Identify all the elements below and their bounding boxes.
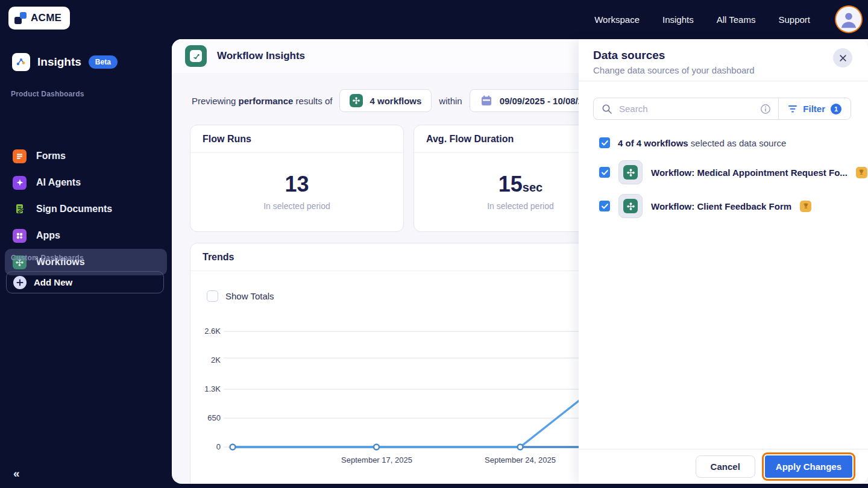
avg-flow-duration-value: 15sec: [498, 174, 542, 195]
search-bar: Filter 1: [593, 98, 851, 120]
search-icon: [602, 104, 612, 114]
check-icon: [602, 204, 608, 209]
page-title: Workflow Insights: [217, 50, 305, 62]
search-input[interactable]: [619, 104, 753, 114]
sidebar-item-label: Forms: [36, 151, 66, 161]
info-icon[interactable]: [760, 104, 771, 114]
user-avatar[interactable]: [835, 5, 863, 33]
product-dashboards-label: Product Dashboards: [11, 90, 84, 98]
nav-support[interactable]: Support: [778, 14, 810, 25]
cancel-button[interactable]: Cancel: [696, 455, 755, 478]
data-sources-panel: Data sources Change data sources of your…: [579, 39, 868, 484]
check-icon: [602, 140, 608, 146]
workflow-checkbox[interactable]: [599, 201, 610, 211]
panel-subtitle: Change data sources of your dashboard: [593, 65, 755, 75]
workflow-tile: [618, 194, 643, 218]
apps-icon: [13, 229, 27, 243]
check-icon: [602, 170, 608, 175]
workflows-selector-button[interactable]: 4 workflows: [339, 89, 432, 112]
sign-documents-icon: [13, 202, 27, 216]
sidebar-item-label: Apps: [36, 230, 60, 241]
forms-icon: [13, 149, 27, 163]
show-totals-checkbox[interactable]: Show Totals: [207, 290, 274, 302]
beta-badge: Beta: [89, 55, 118, 69]
insights-app-icon: [12, 53, 30, 71]
sidebar-item-forms[interactable]: Forms: [5, 143, 167, 169]
sidebar-item-apps[interactable]: Apps: [5, 222, 167, 249]
select-all-checkbox[interactable]: [599, 137, 610, 148]
checkbox-unchecked-icon: [207, 290, 218, 302]
sidebar-app-title: Insights: [37, 55, 81, 69]
workflow-icon: [623, 165, 638, 180]
calendar-icon: [480, 94, 493, 107]
x-tick-sep17: September 17, 2025: [326, 455, 428, 465]
sidebar-item-sign-documents[interactable]: Sign Documents: [5, 196, 167, 222]
show-totals-label: Show Totals: [225, 291, 274, 301]
panel-footer: Cancel Apply Changes: [579, 449, 868, 484]
flow-runs-title: Flow Runs: [190, 125, 403, 153]
sidebar-item-ai-agents[interactable]: AI Agents: [5, 169, 167, 196]
top-bar: ACME Workspace Insights All Teams Suppor…: [0, 0, 868, 39]
sidebar-app-header: Insights Beta: [12, 53, 118, 71]
workflow-icon: [623, 199, 638, 213]
workflows-selector-label: 4 workflows: [370, 96, 421, 106]
plus-icon: [13, 276, 27, 289]
workflow-checkbox[interactable]: [599, 167, 610, 178]
within-label: within: [439, 96, 462, 106]
close-icon: [839, 54, 847, 62]
panel-divider: [579, 81, 868, 81]
avg-flow-duration-subtitle: In selected period: [487, 201, 554, 211]
filter-button[interactable]: Filter 1: [778, 98, 851, 119]
top-nav: Workspace Insights All Teams Support: [594, 0, 810, 39]
add-new-label: Add New: [34, 277, 72, 287]
close-button[interactable]: [833, 48, 852, 67]
app-root: ACME Workspace Insights All Teams Suppor…: [0, 0, 868, 488]
avg-flow-duration-unit: sec: [523, 181, 542, 194]
acme-logo-text: ACME: [31, 12, 61, 24]
trophy-badge-icon: [800, 201, 811, 212]
flow-runs-value: 13: [285, 174, 309, 195]
x-tick-sep24: September 24, 2025: [469, 455, 571, 465]
nav-workspace[interactable]: Workspace: [594, 14, 640, 25]
select-all-text: 4 of 4 workflows selected as data source: [618, 138, 786, 148]
sidebar-item-label: Sign Documents: [36, 204, 112, 214]
filter-count-badge: 1: [831, 104, 841, 114]
apply-changes-button[interactable]: Apply Changes: [765, 455, 852, 478]
person-icon: [838, 9, 859, 30]
workflow-list-item[interactable]: Workflow: Client Feedback Form: [599, 193, 856, 219]
custom-dashboards-label: Custom Dashboards: [11, 254, 84, 262]
preview-toolbar: Previewing performance results of 4 work…: [192, 89, 608, 113]
workflow-insights-icon: [185, 45, 207, 67]
nav-all-teams[interactable]: All Teams: [717, 14, 756, 25]
nav-insights[interactable]: Insights: [662, 14, 694, 25]
filter-icon: [788, 105, 797, 113]
trophy-badge-icon: [856, 167, 867, 178]
workflow-label: Workflow: Medical Appointment Request Fo…: [651, 167, 848, 178]
filter-label: Filter: [803, 104, 825, 114]
flow-runs-card: Flow Runs 13 In selected period: [190, 125, 404, 232]
acme-logo[interactable]: ACME: [8, 7, 70, 30]
panel-title: Data sources: [593, 49, 665, 62]
workflow-label: Workflow: Client Feedback Form: [651, 201, 791, 211]
flow-runs-subtitle: In selected period: [263, 201, 330, 211]
workflow-tile: [618, 160, 643, 184]
sidebar: Insights Beta Product Dashboards Forms A…: [0, 39, 172, 488]
workflow-icon: [350, 94, 363, 107]
workflow-list-item[interactable]: Workflow: Medical Appointment Request Fo…: [599, 159, 856, 186]
add-new-button[interactable]: Add New: [6, 271, 164, 293]
sidebar-item-label: AI Agents: [36, 177, 81, 188]
preview-text: Previewing performance results of: [192, 96, 332, 106]
sidebar-collapse-button[interactable]: «: [13, 467, 20, 480]
select-all-row: 4 of 4 workflows selected as data source: [599, 137, 786, 148]
acme-logo-icon: [14, 12, 27, 24]
ai-agents-icon: [13, 176, 27, 190]
